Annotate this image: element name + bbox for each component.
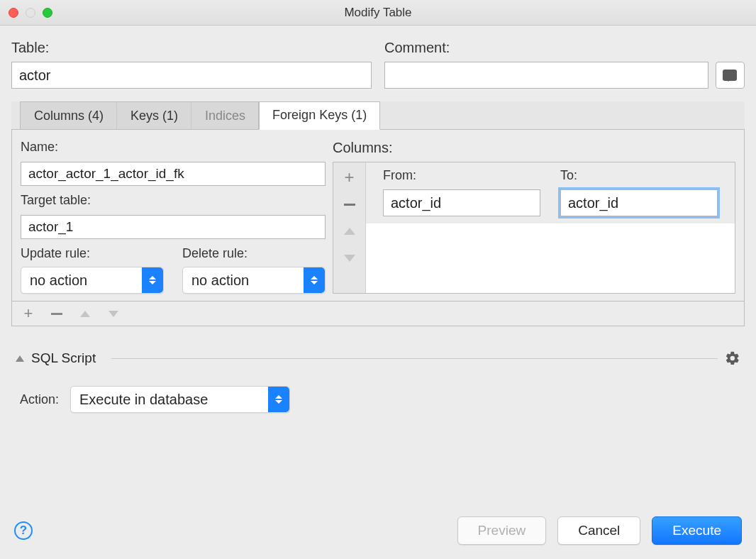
fk-delete-select[interactable]: no action [182, 267, 326, 294]
fk-name-input[interactable] [21, 162, 326, 186]
move-down-button[interactable] [342, 250, 357, 266]
move-up-button[interactable] [342, 223, 357, 239]
fk-columns-box: + From: To: [333, 162, 735, 294]
fk-list-toolbar: + [11, 301, 745, 326]
tab-foreign-keys[interactable]: Foreign Keys (1) [259, 101, 380, 130]
select-arrows-icon [268, 387, 289, 412]
fk-name-label: Name: [21, 140, 326, 155]
help-icon: ? [20, 524, 27, 538]
from-column-input[interactable] [383, 189, 540, 216]
chevron-down-icon [109, 311, 118, 317]
fk-target-input[interactable] [21, 215, 326, 239]
comment-expand-button[interactable] [716, 62, 745, 89]
chevron-up-icon [80, 311, 90, 317]
fk-columns-label: Columns: [333, 140, 735, 156]
move-fk-up-button[interactable] [77, 306, 93, 321]
chevron-up-icon [344, 228, 355, 235]
columns-empty-area [366, 223, 735, 293]
table-name-input[interactable] [11, 62, 372, 89]
fk-update-select[interactable]: no action [21, 267, 164, 294]
comment-input[interactable] [384, 62, 708, 89]
sql-script-header[interactable]: SQL Script [16, 350, 740, 366]
table-label: Table: [11, 40, 372, 56]
to-column-input[interactable] [560, 189, 718, 216]
window-title: Modify Table [0, 6, 756, 20]
tab-columns[interactable]: Columns (4) [21, 102, 117, 130]
from-label: From: [383, 168, 540, 183]
fk-delete-label: Delete rule: [182, 246, 326, 261]
divider [111, 358, 718, 359]
settings-button[interactable] [725, 350, 740, 366]
help-button[interactable]: ? [14, 521, 33, 540]
add-fk-button[interactable]: + [21, 306, 36, 321]
plus-icon: + [24, 304, 33, 323]
chevron-down-icon [344, 255, 355, 262]
action-value: Execute in database [79, 392, 208, 408]
cancel-button[interactable]: Cancel [557, 516, 640, 545]
fk-update-value: no action [30, 272, 87, 289]
select-arrows-icon [142, 267, 163, 293]
preview-button[interactable]: Preview [457, 516, 547, 545]
comment-icon [723, 70, 737, 81]
move-fk-down-button[interactable] [106, 306, 121, 321]
plus-icon: + [344, 169, 354, 186]
sql-script-title: SQL Script [31, 350, 96, 366]
remove-fk-button[interactable] [49, 306, 65, 321]
titlebar: Modify Table [0, 0, 756, 26]
tab-indices[interactable]: Indices [191, 102, 258, 130]
execute-button[interactable]: Execute [652, 516, 742, 545]
fk-update-label: Update rule: [21, 246, 164, 261]
gear-icon [725, 350, 740, 366]
action-label: Action: [20, 392, 59, 407]
minus-icon [344, 204, 355, 206]
minus-icon [51, 313, 62, 315]
disclosure-triangle-icon [16, 355, 24, 362]
foreign-key-panel: Name: Target table: Update rule: no acti… [11, 130, 745, 301]
add-column-button[interactable]: + [342, 170, 357, 185]
columns-toolbar: + [333, 162, 366, 293]
footer: ? Preview Cancel Execute [0, 505, 756, 559]
comment-label: Comment: [384, 40, 745, 56]
remove-column-button[interactable] [342, 197, 357, 212]
fk-target-label: Target table: [21, 193, 326, 208]
fk-delete-value: no action [191, 272, 249, 289]
tab-keys[interactable]: Keys (1) [117, 102, 191, 130]
to-label: To: [560, 168, 718, 183]
action-select[interactable]: Execute in database [70, 386, 290, 413]
tabs-bar: Columns (4) Keys (1) Indices Foreign Key… [11, 101, 745, 130]
select-arrows-icon [304, 267, 325, 293]
